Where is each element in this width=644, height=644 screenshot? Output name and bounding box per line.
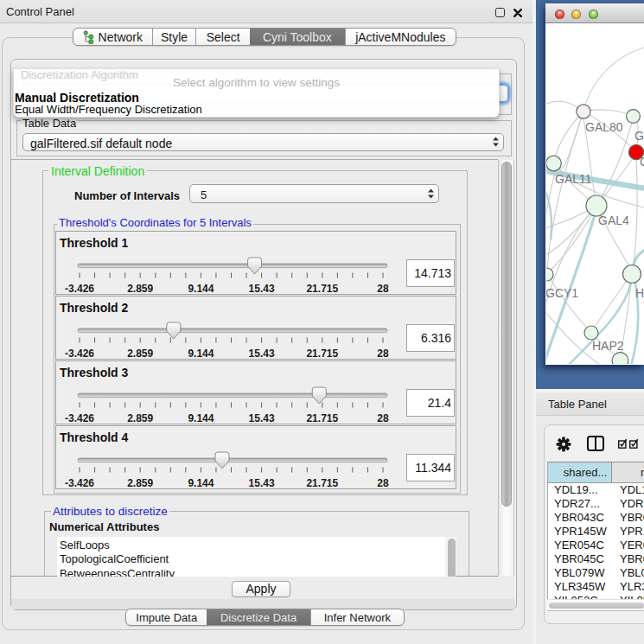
svg-text:GAL11: GAL11 <box>555 172 592 186</box>
svg-text:GAL4: GAL4 <box>598 214 629 227</box>
svg-text:GCY1: GCY1 <box>546 286 578 300</box>
svg-text:H: H <box>635 286 644 300</box>
svg-text:HAP2: HAP2 <box>592 339 624 353</box>
svg-text:C: C <box>640 155 644 169</box>
svg-text:GA: GA <box>634 129 644 143</box>
svg-text:GAL80: GAL80 <box>585 120 623 134</box>
